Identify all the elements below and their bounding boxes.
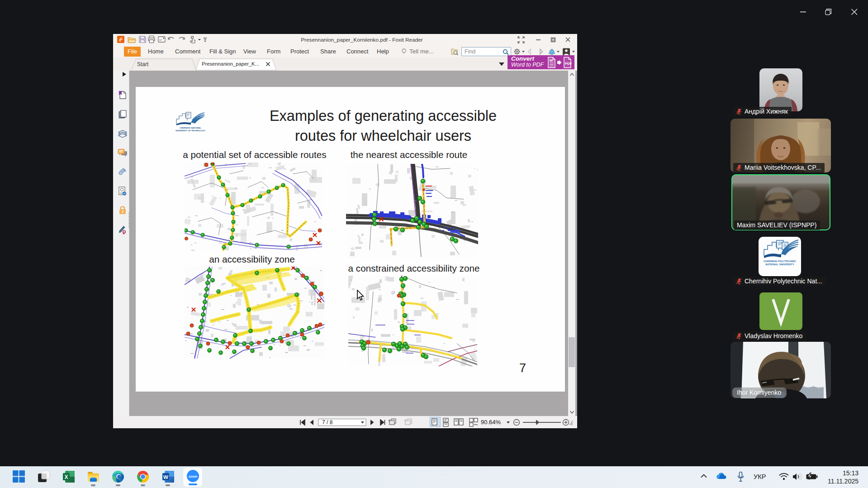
svg-text:zoom: zoom	[189, 474, 198, 478]
svg-text:CHERNIHIV NATIONAL: CHERNIHIV NATIONAL	[180, 127, 201, 129]
svg-text:PDF: PDF	[565, 62, 572, 66]
svg-text:W: W	[163, 474, 168, 480]
svg-text:CHERNIHIV POLYTECHNIC: CHERNIHIV POLYTECHNIC	[764, 260, 796, 263]
svg-text:W-: W-	[550, 58, 554, 62]
svg-text:7 / 8: 7 / 8	[322, 419, 333, 426]
svg-text:NATIONAL UNIVERSITY: NATIONAL UNIVERSITY	[765, 263, 794, 266]
svg-text:UNIVERSITY OF TECHNOLOGY: UNIVERSITY OF TECHNOLOGY	[175, 129, 205, 132]
svg-text:X: X	[64, 474, 68, 480]
